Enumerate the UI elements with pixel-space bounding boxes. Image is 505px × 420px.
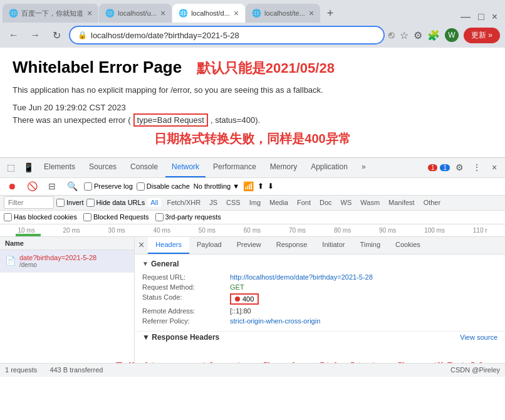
devtools-settings-icon[interactable]: ⚙ [451,159,467,176]
hide-data-urls-label[interactable]: Hide data URLs [86,199,145,207]
tab-label-baidu: 百度一下，你就知道 [21,9,83,18]
general-label: General [151,260,179,268]
filter-manifest[interactable]: Manifest [385,198,418,207]
blocked-requests-label[interactable]: Blocked Requests [83,213,149,221]
bookmark-icon[interactable]: ☆ [400,29,409,41]
disable-cache-checkbox[interactable]: Disable cache [137,182,190,191]
filter-font[interactable]: Font [294,198,314,207]
device-toolbar-button[interactable]: 📱 [20,159,36,176]
tab-close-baidu[interactable]: × [87,9,92,18]
tab-localhost-u[interactable]: 🌐 localhost/u... × [99,4,172,23]
invert-input[interactable] [56,199,65,207]
filter-ws[interactable]: WS [338,198,355,207]
minimize-button[interactable]: — [461,11,471,23]
error-time: Tue Jun 20 19:29:02 CST 2023 [13,103,492,112]
filter-img[interactable]: Img [246,198,264,207]
disable-cache-label: Disable cache [147,182,190,190]
tab-close-2[interactable]: × [160,9,165,18]
network-list-item[interactable]: 📄 date?birthday=2021-5-28 /demo [0,250,134,273]
maximize-button[interactable]: □ [478,11,484,23]
profile-icon[interactable]: W [445,28,459,42]
search-icon[interactable]: 🔍 [64,178,80,194]
tab-label-4: localhost/te... [264,9,305,17]
filter-fetch-xhr[interactable]: Fetch/XHR [164,198,204,207]
tab-performance[interactable]: Performance [207,158,263,177]
error-detail: There was an unexpected error ( type=Bad… [13,113,492,127]
view-source-button[interactable]: View source [460,333,497,341]
filter-input-wrap[interactable] [4,196,54,209]
tab-localhost-t[interactable]: 🌐 localhost/te... × [246,4,320,23]
tab-sources[interactable]: Sources [83,158,123,177]
preserve-log-input[interactable] [84,182,92,191]
record-button[interactable]: ⏺ [4,178,20,194]
req-tab-timing[interactable]: Timing [352,237,388,254]
filter-media[interactable]: Media [266,198,291,207]
refresh-button[interactable]: ↻ [48,26,65,44]
devtools-close-icon[interactable]: × [486,159,502,176]
update-button[interactable]: 更新 » [464,28,500,43]
hide-data-urls-input[interactable] [86,199,95,207]
back-button[interactable]: ← [5,26,23,44]
tab-more[interactable]: » [355,158,372,177]
page-title: Whitelabel Error Page [13,58,182,76]
disable-cache-input[interactable] [137,182,145,191]
filter-input[interactable] [4,196,54,209]
blocked-cookies-input[interactable] [4,213,12,221]
forward-button[interactable]: → [26,26,44,44]
response-headers-label[interactable]: ▼ Response Headers [142,333,219,342]
req-tab-payload[interactable]: Payload [189,237,229,254]
tab-label-3: localhost/d... [191,9,230,17]
filter-css[interactable]: CSS [223,198,244,207]
devtools-more-icon[interactable]: ⋮ [469,159,485,176]
mark-60: 60 ms [244,227,261,234]
new-tab-button[interactable]: + [321,4,340,23]
tab-application[interactable]: Application [305,158,354,177]
inspect-element-button[interactable]: ⬚ [3,159,19,176]
network-list-header: Name [0,237,134,250]
filter-wasm[interactable]: Wasm [357,198,383,207]
mark-70: 70 ms [289,227,306,234]
blocked-requests-input[interactable] [83,213,91,221]
filter-doc[interactable]: Doc [316,198,335,207]
req-tab-cookies[interactable]: Cookies [388,237,428,254]
tab-elements[interactable]: Elements [38,158,81,177]
settings-icon[interactable]: ⚙ [414,29,422,41]
collapse-triangle[interactable]: ▼ [142,260,148,267]
request-path: /demo [19,261,96,268]
filter-icon[interactable]: ⊟ [44,178,60,194]
blocked-cookies-label[interactable]: Has blocked cookies [4,213,77,221]
third-party-label[interactable]: 3rd-party requests [155,213,221,221]
req-tab-headers[interactable]: Headers [148,237,189,254]
tab-close-3[interactable]: × [234,9,239,18]
third-party-input[interactable] [155,213,164,221]
close-details-button[interactable]: × [135,237,148,254]
clear-button[interactable]: 🚫 [24,178,40,194]
req-tab-preview[interactable]: Preview [229,237,269,254]
error-description: This application has no explicit mapping… [13,84,492,97]
mark-80: 80 ms [334,227,351,234]
share-icon[interactable]: ⎋ [388,29,395,41]
extension-icon[interactable]: 🧩 [427,29,440,41]
filter-js[interactable]: JS [206,198,221,207]
filter-other[interactable]: Other [420,198,444,207]
tab-baidu[interactable]: 🌐 百度一下，你就知道 × [3,4,98,23]
tab-console[interactable]: Console [124,158,164,177]
preserve-log-checkbox[interactable]: Preserve log [84,182,133,191]
tab-memory[interactable]: Memory [264,158,303,177]
filter-all[interactable]: All [147,198,161,207]
tab-network[interactable]: Network [165,158,206,177]
tab-bar: 🌐 百度一下，你就知道 × 🌐 localhost/u... × 🌐 local… [0,0,505,23]
mark-50: 50 ms [199,227,216,234]
req-tab-response[interactable]: Response [269,237,315,254]
tab-close-4[interactable]: × [309,9,314,18]
request-method-value: GET [230,283,244,291]
tab-localhost-d[interactable]: 🌐 localhost/d... × [172,4,245,23]
throttling-select[interactable]: No throttling ▼ [194,182,239,190]
req-tab-initiator[interactable]: Initiator [315,237,352,254]
address-input-wrap[interactable]: 🔒 [69,26,385,45]
address-input[interactable] [91,31,376,40]
invert-checkbox-label[interactable]: Invert [56,199,84,207]
data-transferred: 443 B transferred [49,366,103,374]
mark-100: 100 ms [424,227,445,234]
close-button[interactable]: × [492,11,497,23]
